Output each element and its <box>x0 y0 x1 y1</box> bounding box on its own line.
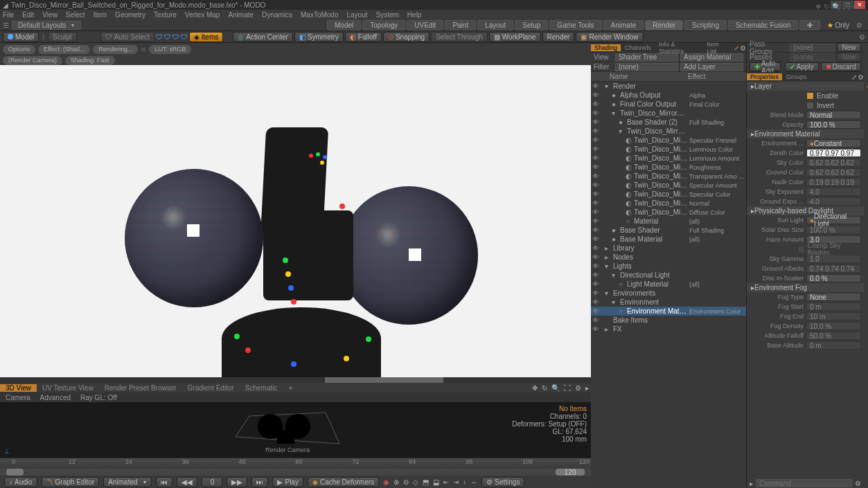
vp-rotate-icon[interactable]: ↻ <box>824 3 829 10</box>
fogstart-field[interactable]: 0 m <box>806 302 861 311</box>
tree-toggle-icon[interactable]: ○ <box>626 217 632 225</box>
viewport-scrollbar[interactable] <box>0 377 591 383</box>
visibility-icon[interactable]: 👁 <box>592 154 599 162</box>
key-icon-3[interactable]: ⊖ <box>403 478 409 486</box>
altfalloff-field[interactable]: 50.0 % <box>806 332 861 340</box>
audio-button[interactable]: ♪Audio <box>4 477 37 487</box>
tree-row[interactable]: 👁▸FX <box>591 325 746 334</box>
tree-row[interactable]: 👁▾Environment <box>591 298 746 307</box>
layout-selector[interactable]: Default Layouts ▼ <box>12 21 81 30</box>
timeline-range[interactable]: 120 <box>0 469 591 476</box>
model-button[interactable]: Model <box>3 32 39 42</box>
prop-expand-icon[interactable]: ⤢ <box>851 73 857 81</box>
visibility-icon[interactable]: 👁 <box>592 289 599 297</box>
key-icon-7[interactable]: ⇤ <box>443 478 449 486</box>
opacity-field[interactable]: 100.0 % <box>806 120 861 129</box>
visibility-icon[interactable]: 👁 <box>592 109 599 117</box>
tree-toggle-icon[interactable]: ◐ <box>626 181 632 189</box>
vptab-preset[interactable]: Render Preset Browser <box>99 384 182 392</box>
tree-toggle-icon[interactable]: ● <box>612 91 619 99</box>
pill-lut[interactable]: LUT: sRGB <box>149 45 191 54</box>
fogtype-select[interactable]: None <box>806 293 861 301</box>
tab-groups[interactable]: Groups <box>783 73 811 80</box>
visibility-icon[interactable]: 👁 <box>592 136 599 144</box>
vp2-fit-icon[interactable]: ⛶ <box>564 384 571 392</box>
menu-system[interactable]: System <box>376 11 399 19</box>
basealt-field[interactable]: 0 m <box>806 341 861 350</box>
key-icon-9[interactable]: ↕ <box>463 478 466 486</box>
current-frame-field[interactable]: 0 <box>202 477 222 487</box>
visibility-icon[interactable]: 👁 <box>592 163 599 171</box>
toolbar-gear-icon[interactable]: ⚙ <box>859 33 865 41</box>
range-end-handle[interactable]: 120 <box>556 469 585 476</box>
menu-texture[interactable]: Texture <box>154 11 177 19</box>
tree-toggle-icon[interactable]: ◐ <box>626 136 632 144</box>
tab-paint[interactable]: Paint <box>445 20 476 30</box>
favorite-icon[interactable]: ★ <box>827 21 833 29</box>
vp2-rotate-icon[interactable]: ↻ <box>542 384 547 392</box>
tab-properties[interactable]: Properties <box>747 73 782 80</box>
visibility-icon[interactable]: 👁 <box>592 172 599 180</box>
vptab-gradient[interactable]: Gradient Editor <box>182 384 240 392</box>
tree-toggle-icon[interactable]: ▾ <box>612 109 619 117</box>
settings-button[interactable]: ⚙Settings <box>481 477 524 487</box>
goto-end-button[interactable]: ⏭ <box>251 477 268 487</box>
next-frame-button[interactable]: ▶▶ <box>227 477 247 487</box>
tree-row[interactable]: 👁◐Twin_Disco_Mirror_Ball ...Specular Col… <box>591 190 746 199</box>
expand-icon[interactable]: ⤢ <box>734 44 739 52</box>
3d-viewport[interactable] <box>0 65 591 377</box>
timeline[interactable]: 01224364860728496108120 <box>0 458 591 469</box>
vp2-zoom-icon[interactable]: 🔍 <box>551 384 560 392</box>
shield-icon-4[interactable]: 🛡 <box>172 33 179 41</box>
menu-help[interactable]: Help <box>407 11 422 19</box>
solar-field[interactable]: 100.0 % <box>806 226 861 234</box>
tab-layout[interactable]: Layout <box>477 20 513 30</box>
tree-row[interactable]: 👁●Base ShaderFull Shading <box>591 226 746 235</box>
tree-toggle-icon[interactable]: ◐ <box>626 154 632 162</box>
tree-row[interactable]: 👁●Base Shader (2)Full Shading <box>591 118 746 127</box>
render-button[interactable]: Render <box>542 32 575 42</box>
vptab-3dview[interactable]: 3D View <box>0 384 37 392</box>
shield-icon-5[interactable]: 🛡 <box>181 33 188 41</box>
tab-topology[interactable]: Topology <box>362 20 405 30</box>
tree-toggle-icon[interactable]: ◐ <box>626 145 632 153</box>
vptab-uv[interactable]: UV Texture View <box>37 384 99 392</box>
side-tab-strip[interactable]: Texture Layers <box>864 43 869 488</box>
sun-select[interactable]: ● Directional Light <box>806 216 861 224</box>
tree-toggle-icon[interactable]: ▾ <box>605 289 612 297</box>
view-select[interactable]: Shader Tree <box>615 53 678 62</box>
actioncenter-button[interactable]: ◎Action Center <box>233 32 293 42</box>
tree-toggle-icon[interactable]: ◐ <box>626 208 632 216</box>
menu-view[interactable]: View <box>42 11 57 19</box>
pill-shading[interactable]: Shading: Fast <box>65 56 115 65</box>
blend-select[interactable]: Normal <box>806 111 861 119</box>
tree-row[interactable]: 👁▾Directional Light <box>591 271 746 280</box>
tree-row[interactable]: 👁▸Library <box>591 244 746 253</box>
tab-animate[interactable]: Animate <box>603 20 644 30</box>
vp-gear-icon[interactable]: ⚙ <box>853 3 859 10</box>
layout-gear-icon[interactable]: ⚙ <box>856 21 862 29</box>
cmd-gear-icon[interactable]: ⚙ <box>855 480 861 487</box>
tree-row[interactable]: 👁◐Twin_Disco_Mirror_Ball ...Luminous Amo… <box>591 154 746 163</box>
visibility-icon[interactable]: 👁 <box>592 190 599 198</box>
layer-head[interactable]: ▸ Layer <box>747 82 864 91</box>
tree-row[interactable]: 👁◐Twin_Disco_Mirror_Ball ...Specular Amo… <box>591 181 746 190</box>
tab-add[interactable]: ✚ <box>799 20 820 30</box>
menu-vertexmap[interactable]: Vertex Map <box>185 11 220 19</box>
tree-toggle-icon[interactable]: ▾ <box>605 82 612 90</box>
tab-render[interactable]: Render <box>645 20 683 30</box>
ground-field[interactable]: 0.62 0.62 0.62 <box>806 168 861 177</box>
sub-advanced[interactable]: Advanced <box>40 394 71 401</box>
tree-row[interactable]: 👁◐Twin_Disco_Mirror_Ball ...Specular Fre… <box>591 136 746 145</box>
tree-row[interactable]: 👁▾Environments <box>591 289 746 298</box>
visibility-icon[interactable]: 👁 <box>592 181 599 189</box>
menu-geometry[interactable]: Geometry <box>115 11 145 19</box>
groundexp-field[interactable]: 4.0 <box>806 197 861 206</box>
env-head[interactable]: ▸ Environment Material <box>747 129 864 138</box>
cache-button[interactable]: ◆Cache Deformers <box>308 477 379 487</box>
visibility-icon[interactable]: 👁 <box>592 316 599 324</box>
zenith-field[interactable]: 0.97 0.97 0.97 <box>806 149 861 157</box>
tree-toggle-icon[interactable]: ▾ <box>612 271 619 279</box>
nadir-field[interactable]: 0.19 0.19 0.19 <box>806 178 861 186</box>
play-button[interactable]: ▶ Play <box>272 477 303 487</box>
